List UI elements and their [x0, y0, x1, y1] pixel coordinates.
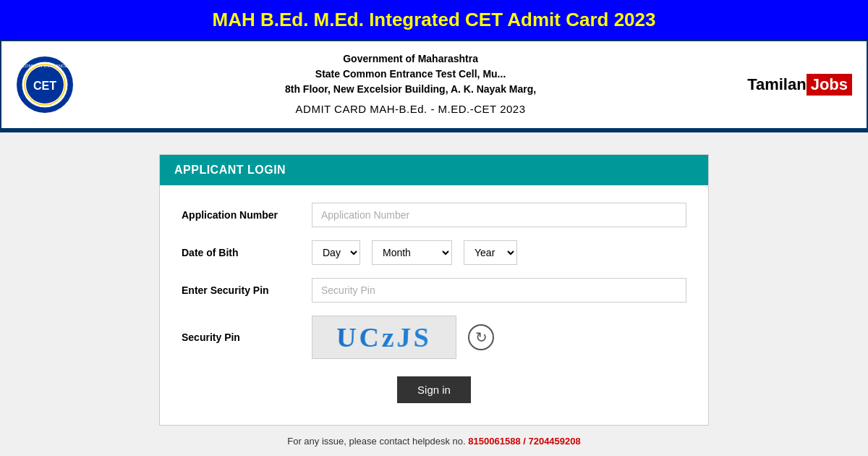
org-line2: State Common Entrance Test Cell, Mu... — [88, 67, 733, 82]
signin-button[interactable]: Sign in — [397, 376, 471, 403]
captcha-label: Security Pin — [182, 332, 312, 343]
jobs-text: Jobs — [807, 74, 852, 96]
login-card: APPLICANT LOGIN Application Number Date … — [159, 154, 709, 426]
captcha-row: Security Pin UCzJS ↻ — [182, 316, 686, 359]
app-number-label: Application Number — [182, 209, 312, 221]
security-pin-input[interactable] — [312, 278, 686, 303]
login-card-body: Application Number Date of Bith Day 1234… — [160, 185, 708, 425]
application-number-row: Application Number — [182, 203, 686, 227]
application-number-input[interactable] — [312, 203, 686, 227]
app-number-field — [312, 203, 686, 227]
help-text-label: For any issue, please contact helpdesk n… — [287, 436, 465, 447]
captcha-refresh-button[interactable]: ↻ — [468, 324, 494, 350]
captcha-image: UCzJS — [312, 316, 456, 359]
day-select[interactable]: Day 12345 678910 1112131415 1617181920 2… — [312, 240, 360, 265]
cet-logo: CET COMMON ENTRANCE — [16, 56, 74, 114]
login-section-title: APPLICANT LOGIN — [174, 164, 286, 176]
signin-row: Sign in — [182, 376, 686, 403]
security-pin-input-row: Enter Security Pin — [182, 278, 686, 303]
captcha-container: UCzJS ↻ — [312, 316, 494, 359]
dob-label: Date of Bith — [182, 247, 312, 258]
login-card-header: APPLICANT LOGIN — [160, 155, 708, 185]
security-pin-field — [312, 278, 686, 303]
dob-selects: Day 12345 678910 1112131415 1617181920 2… — [312, 240, 686, 265]
admit-card-title: ADMIT CARD MAH-B.Ed. - M.ED.-CET 2023 — [88, 101, 733, 118]
main-content: APPLICANT LOGIN Application Number Date … — [0, 132, 868, 457]
svg-text:CET: CET — [33, 80, 56, 92]
captcha-text: UCzJS — [336, 321, 432, 353]
org-line1: Government of Maharashtra — [88, 51, 733, 67]
org-info: Government of Maharashtra State Common E… — [88, 51, 733, 118]
org-line3: 8th Floor, New Excelsior Building, A. K.… — [88, 82, 733, 97]
header-section: CET COMMON ENTRANCE Government of Mahara… — [0, 40, 868, 130]
security-pin-label: Enter Security Pin — [182, 284, 312, 296]
tamilan-text: Tamilan — [747, 75, 807, 94]
dob-row: Date of Bith Day 12345 678910 1112131415… — [182, 240, 686, 265]
page-title: MAH B.Ed. M.Ed. Integrated CET Admit Car… — [212, 9, 655, 30]
month-select[interactable]: Month JanuaryFebruaryMarchApril MayJuneJ… — [372, 240, 452, 265]
year-select[interactable]: Year 1990199119921993 1994199519961997 1… — [464, 240, 517, 265]
help-text-row: For any issue, please contact helpdesk n… — [14, 436, 854, 447]
tamilan-jobs-logo: Tamilan Jobs — [747, 74, 852, 96]
top-banner: MAH B.Ed. M.Ed. Integrated CET Admit Car… — [0, 0, 868, 40]
helpdesk-numbers: 8150061588 / 7204459208 — [468, 436, 580, 447]
